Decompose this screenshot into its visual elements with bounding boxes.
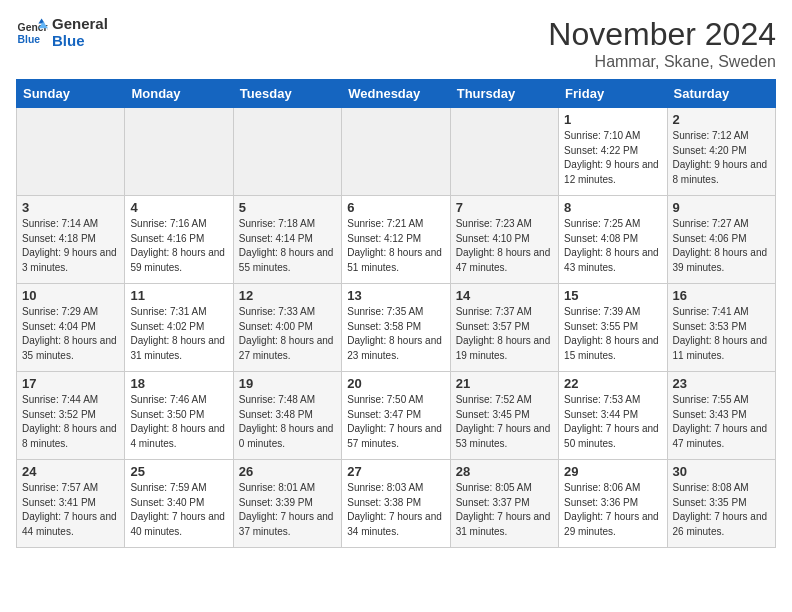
day-info: Sunrise: 7:52 AM Sunset: 3:45 PM Dayligh… xyxy=(456,393,553,451)
day-number: 3 xyxy=(22,200,119,215)
day-number: 20 xyxy=(347,376,444,391)
day-cell: 14Sunrise: 7:37 AM Sunset: 3:57 PM Dayli… xyxy=(450,284,558,372)
day-info: Sunrise: 7:46 AM Sunset: 3:50 PM Dayligh… xyxy=(130,393,227,451)
day-cell: 16Sunrise: 7:41 AM Sunset: 3:53 PM Dayli… xyxy=(667,284,775,372)
day-number: 21 xyxy=(456,376,553,391)
day-info: Sunrise: 7:44 AM Sunset: 3:52 PM Dayligh… xyxy=(22,393,119,451)
day-number: 30 xyxy=(673,464,770,479)
day-number: 8 xyxy=(564,200,661,215)
week-row-5: 24Sunrise: 7:57 AM Sunset: 3:41 PM Dayli… xyxy=(17,460,776,548)
logo-blue: Blue xyxy=(52,33,108,50)
page-header: General Blue General Blue November 2024 … xyxy=(16,16,776,71)
day-number: 9 xyxy=(673,200,770,215)
calendar: SundayMondayTuesdayWednesdayThursdayFrid… xyxy=(16,79,776,548)
day-info: Sunrise: 7:39 AM Sunset: 3:55 PM Dayligh… xyxy=(564,305,661,363)
week-row-1: 1Sunrise: 7:10 AM Sunset: 4:22 PM Daylig… xyxy=(17,108,776,196)
day-cell xyxy=(450,108,558,196)
day-cell: 25Sunrise: 7:59 AM Sunset: 3:40 PM Dayli… xyxy=(125,460,233,548)
day-info: Sunrise: 7:27 AM Sunset: 4:06 PM Dayligh… xyxy=(673,217,770,275)
day-info: Sunrise: 7:14 AM Sunset: 4:18 PM Dayligh… xyxy=(22,217,119,275)
day-number: 13 xyxy=(347,288,444,303)
day-cell xyxy=(342,108,450,196)
day-info: Sunrise: 7:21 AM Sunset: 4:12 PM Dayligh… xyxy=(347,217,444,275)
day-info: Sunrise: 7:59 AM Sunset: 3:40 PM Dayligh… xyxy=(130,481,227,539)
day-number: 1 xyxy=(564,112,661,127)
logo: General Blue General Blue xyxy=(16,16,108,49)
day-number: 12 xyxy=(239,288,336,303)
day-number: 19 xyxy=(239,376,336,391)
day-number: 6 xyxy=(347,200,444,215)
day-cell: 8Sunrise: 7:25 AM Sunset: 4:08 PM Daylig… xyxy=(559,196,667,284)
day-number: 24 xyxy=(22,464,119,479)
day-cell: 15Sunrise: 7:39 AM Sunset: 3:55 PM Dayli… xyxy=(559,284,667,372)
day-info: Sunrise: 8:08 AM Sunset: 3:35 PM Dayligh… xyxy=(673,481,770,539)
day-cell: 9Sunrise: 7:27 AM Sunset: 4:06 PM Daylig… xyxy=(667,196,775,284)
day-cell xyxy=(125,108,233,196)
location: Hammar, Skane, Sweden xyxy=(548,53,776,71)
day-cell: 17Sunrise: 7:44 AM Sunset: 3:52 PM Dayli… xyxy=(17,372,125,460)
day-info: Sunrise: 7:31 AM Sunset: 4:02 PM Dayligh… xyxy=(130,305,227,363)
day-info: Sunrise: 8:06 AM Sunset: 3:36 PM Dayligh… xyxy=(564,481,661,539)
day-number: 5 xyxy=(239,200,336,215)
col-header-tuesday: Tuesday xyxy=(233,80,341,108)
day-info: Sunrise: 7:48 AM Sunset: 3:48 PM Dayligh… xyxy=(239,393,336,451)
title-block: November 2024 Hammar, Skane, Sweden xyxy=(548,16,776,71)
day-info: Sunrise: 7:55 AM Sunset: 3:43 PM Dayligh… xyxy=(673,393,770,451)
day-cell: 20Sunrise: 7:50 AM Sunset: 3:47 PM Dayli… xyxy=(342,372,450,460)
col-header-thursday: Thursday xyxy=(450,80,558,108)
day-cell: 22Sunrise: 7:53 AM Sunset: 3:44 PM Dayli… xyxy=(559,372,667,460)
day-cell: 5Sunrise: 7:18 AM Sunset: 4:14 PM Daylig… xyxy=(233,196,341,284)
logo-icon: General Blue xyxy=(16,17,48,49)
day-cell: 24Sunrise: 7:57 AM Sunset: 3:41 PM Dayli… xyxy=(17,460,125,548)
logo-general: General xyxy=(52,16,108,33)
day-info: Sunrise: 8:03 AM Sunset: 3:38 PM Dayligh… xyxy=(347,481,444,539)
day-cell: 21Sunrise: 7:52 AM Sunset: 3:45 PM Dayli… xyxy=(450,372,558,460)
day-cell: 29Sunrise: 8:06 AM Sunset: 3:36 PM Dayli… xyxy=(559,460,667,548)
day-cell: 18Sunrise: 7:46 AM Sunset: 3:50 PM Dayli… xyxy=(125,372,233,460)
day-info: Sunrise: 7:41 AM Sunset: 3:53 PM Dayligh… xyxy=(673,305,770,363)
col-header-saturday: Saturday xyxy=(667,80,775,108)
day-number: 25 xyxy=(130,464,227,479)
day-info: Sunrise: 8:01 AM Sunset: 3:39 PM Dayligh… xyxy=(239,481,336,539)
day-cell: 6Sunrise: 7:21 AM Sunset: 4:12 PM Daylig… xyxy=(342,196,450,284)
day-cell: 12Sunrise: 7:33 AM Sunset: 4:00 PM Dayli… xyxy=(233,284,341,372)
day-info: Sunrise: 7:16 AM Sunset: 4:16 PM Dayligh… xyxy=(130,217,227,275)
day-cell: 2Sunrise: 7:12 AM Sunset: 4:20 PM Daylig… xyxy=(667,108,775,196)
day-cell: 13Sunrise: 7:35 AM Sunset: 3:58 PM Dayli… xyxy=(342,284,450,372)
day-info: Sunrise: 7:33 AM Sunset: 4:00 PM Dayligh… xyxy=(239,305,336,363)
day-info: Sunrise: 7:23 AM Sunset: 4:10 PM Dayligh… xyxy=(456,217,553,275)
day-number: 2 xyxy=(673,112,770,127)
day-number: 10 xyxy=(22,288,119,303)
month-title: November 2024 xyxy=(548,16,776,53)
day-number: 14 xyxy=(456,288,553,303)
day-number: 23 xyxy=(673,376,770,391)
day-info: Sunrise: 7:10 AM Sunset: 4:22 PM Dayligh… xyxy=(564,129,661,187)
day-number: 26 xyxy=(239,464,336,479)
day-number: 18 xyxy=(130,376,227,391)
day-cell: 28Sunrise: 8:05 AM Sunset: 3:37 PM Dayli… xyxy=(450,460,558,548)
col-header-sunday: Sunday xyxy=(17,80,125,108)
day-cell: 11Sunrise: 7:31 AM Sunset: 4:02 PM Dayli… xyxy=(125,284,233,372)
day-cell: 26Sunrise: 8:01 AM Sunset: 3:39 PM Dayli… xyxy=(233,460,341,548)
day-number: 15 xyxy=(564,288,661,303)
week-row-3: 10Sunrise: 7:29 AM Sunset: 4:04 PM Dayli… xyxy=(17,284,776,372)
day-info: Sunrise: 8:05 AM Sunset: 3:37 PM Dayligh… xyxy=(456,481,553,539)
week-row-2: 3Sunrise: 7:14 AM Sunset: 4:18 PM Daylig… xyxy=(17,196,776,284)
day-cell xyxy=(233,108,341,196)
day-number: 28 xyxy=(456,464,553,479)
day-info: Sunrise: 7:18 AM Sunset: 4:14 PM Dayligh… xyxy=(239,217,336,275)
day-info: Sunrise: 7:57 AM Sunset: 3:41 PM Dayligh… xyxy=(22,481,119,539)
day-cell: 1Sunrise: 7:10 AM Sunset: 4:22 PM Daylig… xyxy=(559,108,667,196)
day-cell: 27Sunrise: 8:03 AM Sunset: 3:38 PM Dayli… xyxy=(342,460,450,548)
week-row-4: 17Sunrise: 7:44 AM Sunset: 3:52 PM Dayli… xyxy=(17,372,776,460)
svg-text:Blue: Blue xyxy=(18,33,41,44)
day-cell: 30Sunrise: 8:08 AM Sunset: 3:35 PM Dayli… xyxy=(667,460,775,548)
day-info: Sunrise: 7:29 AM Sunset: 4:04 PM Dayligh… xyxy=(22,305,119,363)
day-cell: 23Sunrise: 7:55 AM Sunset: 3:43 PM Dayli… xyxy=(667,372,775,460)
day-info: Sunrise: 7:37 AM Sunset: 3:57 PM Dayligh… xyxy=(456,305,553,363)
header-row: SundayMondayTuesdayWednesdayThursdayFrid… xyxy=(17,80,776,108)
day-cell: 3Sunrise: 7:14 AM Sunset: 4:18 PM Daylig… xyxy=(17,196,125,284)
day-number: 11 xyxy=(130,288,227,303)
day-cell: 19Sunrise: 7:48 AM Sunset: 3:48 PM Dayli… xyxy=(233,372,341,460)
day-cell xyxy=(17,108,125,196)
